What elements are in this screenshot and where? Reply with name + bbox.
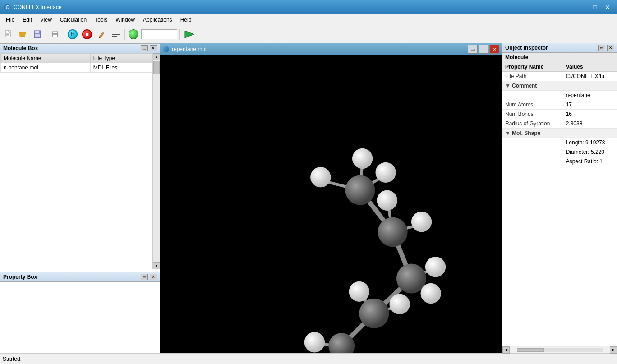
scroll-track: [153, 60, 160, 262]
molecule-canvas[interactable]: [160, 55, 502, 353]
svg-point-41: [375, 162, 396, 183]
sphere-button[interactable]: [127, 28, 140, 41]
prop-diameter-value: Diameter: 5.220: [563, 147, 617, 157]
molecule-box-restore[interactable]: ▭: [141, 45, 148, 51]
print-button[interactable]: [48, 28, 62, 41]
lines-button[interactable]: [109, 28, 123, 41]
prop-numatoms-row: Num Atoms 17: [502, 100, 617, 110]
prop-filepath-value: C:/CONFLEX/tu: [563, 72, 617, 81]
status-bar: Started.: [0, 353, 617, 364]
prop-length-value: Length: 9.19278: [563, 138, 617, 147]
main-layout: Molecule Box ▭ ✕ Molecule Name File Type: [0, 43, 617, 353]
toolbar-separator-2: [64, 29, 64, 40]
property-box-content: [0, 282, 160, 350]
viewer-title-bar: n-pentane.mol ▭ — ✕: [160, 43, 502, 55]
col-file-type: File Type: [90, 54, 152, 63]
svg-rect-11: [53, 31, 57, 33]
svg-line-14: [98, 37, 99, 38]
open-icon: [18, 30, 28, 39]
molecule-table-row[interactable]: n-pentane.molMDL Files: [1, 63, 152, 73]
viewer-icon: [163, 46, 169, 52]
svg-rect-12: [53, 35, 57, 37]
app-title: CONFLEX Interface: [14, 4, 62, 10]
svg-point-45: [421, 283, 441, 304]
svg-point-42: [411, 212, 432, 232]
menu-edit[interactable]: Edit: [18, 15, 36, 24]
svg-point-34: [345, 175, 375, 205]
prop-comment-section: ▼Comment: [502, 81, 617, 91]
save-icon: [33, 30, 42, 39]
prop-aspect-row: Aspect Ratio: 1: [502, 157, 617, 166]
prop-aspect-value: Aspect Ratio: 1: [563, 157, 617, 166]
svg-marker-18: [185, 31, 194, 38]
draw-icon: [97, 30, 106, 39]
viewer-restore-button[interactable]: ▭: [468, 45, 478, 54]
left-panels: Molecule Box ▭ ✕ Molecule Name File Type: [0, 43, 160, 353]
col-molecule-name: Molecule Name: [1, 54, 91, 63]
property-box-title: Property Box: [3, 274, 37, 280]
open-button[interactable]: [16, 28, 30, 41]
maximize-button[interactable]: □: [589, 3, 601, 12]
viewer-close-button[interactable]: ✕: [489, 45, 499, 54]
molecule-svg: [160, 55, 502, 353]
viewer-minimize-button[interactable]: —: [479, 45, 488, 54]
prop-filepath-name: File Path: [502, 72, 563, 81]
menu-tools[interactable]: Tools: [91, 15, 111, 24]
menu-file[interactable]: File: [2, 15, 18, 24]
prop-numatoms-name: Num Atoms: [502, 100, 563, 110]
svg-point-46: [389, 294, 410, 314]
scroll-down-button[interactable]: ▼: [153, 262, 160, 269]
scroll-thumb[interactable]: [153, 61, 160, 74]
prop-comment-label: ▼Comment: [502, 81, 617, 91]
status-text: Started.: [3, 356, 22, 362]
svg-rect-17: [112, 36, 117, 37]
menu-view[interactable]: View: [36, 15, 56, 24]
svg-point-39: [310, 167, 331, 187]
hscroll-track: [517, 348, 603, 352]
inspector-close[interactable]: ✕: [607, 45, 614, 51]
draw-button[interactable]: [95, 28, 108, 41]
hscroll-left-button[interactable]: ◀: [502, 346, 510, 354]
prop-numbonds-value: 16: [563, 110, 617, 119]
hscroll-thumb[interactable]: [517, 348, 544, 352]
scroll-up-button[interactable]: ▲: [153, 53, 160, 60]
molecule-box-panel: Molecule Box ▭ ✕ Molecule Name File Type: [0, 43, 160, 272]
prop-length-row: Length: 9.19278: [502, 138, 617, 147]
app-close-button[interactable]: ✕: [602, 3, 613, 12]
object-inspector-panel: Object Inspector ▭ ✕ Molecule Property N…: [502, 43, 617, 353]
svg-rect-16: [112, 34, 120, 35]
molecule-table: Molecule Name File Type n-pentane.molMDL…: [0, 53, 152, 269]
menu-applications[interactable]: Applications: [139, 15, 176, 24]
molecule-box-close[interactable]: ✕: [150, 45, 157, 51]
inspector-restore[interactable]: ▭: [598, 45, 605, 51]
app-icon: C: [4, 4, 11, 11]
molecule-name-cell: n-pentane.mol: [1, 63, 91, 73]
minimize-button[interactable]: —: [576, 3, 588, 12]
h-button[interactable]: H: [66, 28, 79, 41]
prop-comment-value: n-pentane: [563, 91, 617, 100]
col-values: Values: [563, 62, 617, 72]
menu-help[interactable]: Help: [176, 15, 196, 24]
prop-numbonds-row: Num Bonds 16: [502, 110, 617, 119]
property-box-restore[interactable]: ▭: [141, 274, 148, 280]
new-file-icon: [4, 30, 13, 39]
molecule-viewer-container: n-pentane.mol ▭ — ✕: [160, 43, 502, 353]
property-box-close[interactable]: ✕: [150, 274, 157, 280]
menu-calculation[interactable]: Calculation: [56, 15, 91, 24]
toolbar: H ■: [0, 25, 617, 43]
new-file-button[interactable]: [2, 28, 15, 41]
stop-button[interactable]: ■: [80, 28, 94, 41]
lines-icon: [111, 30, 120, 39]
menu-window[interactable]: Window: [111, 15, 139, 24]
hscroll-right-button[interactable]: ▶: [610, 346, 617, 354]
property-box-panel: Property Box ▭ ✕: [0, 272, 160, 353]
svg-rect-6: [19, 32, 23, 33]
run-button[interactable]: [181, 28, 198, 41]
property-box-header: Property Box ▭ ✕: [0, 272, 160, 282]
inspector-hscrollbar[interactable]: ◀ ▶: [502, 346, 617, 353]
molecule-scrollbar[interactable]: ▲ ▼: [152, 53, 160, 269]
save-button[interactable]: [31, 28, 44, 41]
toolbar-search-input[interactable]: [141, 29, 177, 39]
inspector-title: Object Inspector: [505, 45, 548, 51]
inspector-header: Object Inspector ▭ ✕: [502, 43, 617, 53]
